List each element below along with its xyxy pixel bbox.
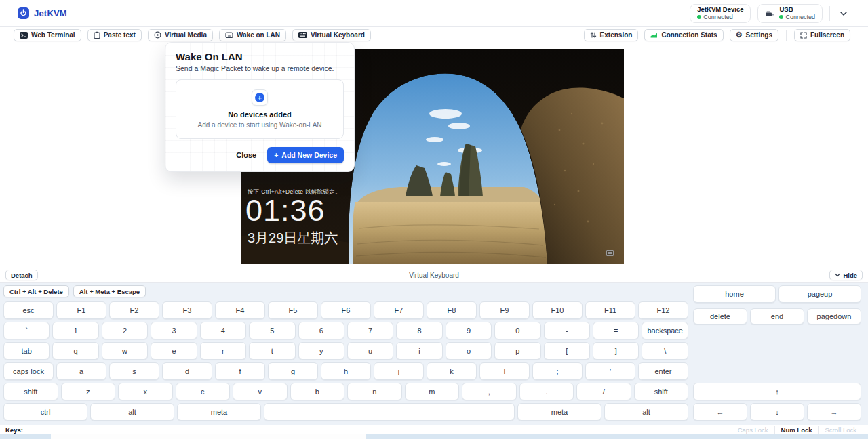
key-meta[interactable]: meta — [517, 403, 601, 421]
key-z[interactable]: z — [61, 383, 116, 400]
key-alt[interactable]: alt — [90, 403, 174, 421]
virtual-keyboard-button[interactable]: Virtual Keyboard — [292, 29, 371, 41]
key-f4[interactable]: F4 — [215, 301, 265, 319]
virtual-media-button[interactable]: Virtual Media — [148, 29, 213, 41]
paste-text-button[interactable]: Paste text — [87, 29, 142, 41]
key-period[interactable]: . — [519, 383, 574, 400]
key-comma[interactable]: , — [462, 383, 517, 400]
key-e[interactable]: e — [151, 342, 197, 360]
key-2[interactable]: 2 — [102, 322, 148, 339]
key-meta[interactable]: meta — [177, 403, 261, 421]
key-f8[interactable]: F8 — [427, 301, 477, 319]
key-arrow-up[interactable]: ↑ — [693, 383, 861, 400]
key-ctrl[interactable]: ctrl — [3, 403, 87, 421]
key-h[interactable]: h — [321, 362, 371, 380]
key-caps-lock[interactable]: caps lock — [3, 362, 54, 380]
close-button[interactable]: Close — [236, 151, 256, 159]
key-pageup[interactable]: pageup — [778, 285, 861, 303]
key-space[interactable] — [264, 403, 515, 421]
key-arrow-right[interactable]: → — [807, 403, 861, 421]
key-j[interactable]: j — [374, 362, 424, 380]
hide-keyboard-button[interactable]: Hide — [829, 270, 863, 280]
key-5[interactable]: 5 — [249, 322, 295, 339]
key-semicolon[interactable]: ; — [532, 362, 583, 380]
key-backslash[interactable]: \ — [642, 342, 688, 360]
key-y[interactable]: y — [298, 342, 344, 360]
key-q[interactable]: q — [52, 342, 98, 360]
key-equals[interactable]: = — [593, 322, 639, 339]
key-arrow-left[interactable]: ← — [693, 403, 747, 421]
settings-button[interactable]: ⚙ Settings — [730, 29, 778, 41]
key-4[interactable]: 4 — [200, 322, 246, 339]
key-s[interactable]: s — [109, 362, 159, 380]
key-o[interactable]: o — [446, 342, 492, 360]
detach-button[interactable]: Detach — [5, 270, 38, 280]
web-terminal-button[interactable]: Web Terminal — [14, 29, 81, 41]
key-b[interactable]: b — [290, 383, 345, 400]
shortcut-ctrl-alt-delete[interactable]: Ctrl + Alt + Delete — [3, 285, 69, 297]
add-new-device-button[interactable]: + Add New Device — [267, 147, 344, 163]
key-minus[interactable]: - — [544, 322, 590, 339]
fullscreen-button[interactable]: Fullscreen — [794, 29, 850, 41]
key-8[interactable]: 8 — [396, 322, 442, 339]
key-a[interactable]: a — [56, 362, 106, 380]
key-backspace[interactable]: backspace — [642, 322, 688, 339]
wake-on-lan-button[interactable]: Wake on LAN — [219, 29, 286, 41]
key-w[interactable]: w — [102, 342, 148, 360]
key-f12[interactable]: F12 — [638, 301, 688, 319]
key-enter[interactable]: enter — [638, 362, 688, 380]
key-v[interactable]: v — [233, 383, 288, 400]
key-p[interactable]: p — [494, 342, 540, 360]
key-f6[interactable]: F6 — [321, 301, 371, 319]
key-f5[interactable]: F5 — [268, 301, 318, 319]
key-f1[interactable]: F1 — [56, 301, 106, 319]
key-shift[interactable]: shift — [634, 383, 689, 400]
key-slash[interactable]: / — [576, 383, 631, 400]
shortcut-alt-meta-escape[interactable]: Alt + Meta + Escape — [73, 285, 146, 297]
key-k[interactable]: k — [427, 362, 477, 380]
key-n[interactable]: n — [347, 383, 402, 400]
key-f[interactable]: f — [215, 362, 265, 380]
key-f2[interactable]: F2 — [109, 301, 159, 319]
header-menu-chevron-button[interactable] — [837, 8, 850, 19]
key-f3[interactable]: F3 — [162, 301, 212, 319]
key-d[interactable]: d — [162, 362, 212, 380]
key-g[interactable]: g — [268, 362, 318, 380]
key-esc[interactable]: esc — [3, 301, 54, 319]
key-r[interactable]: r — [200, 342, 246, 360]
key-u[interactable]: u — [347, 342, 393, 360]
key-tab[interactable]: tab — [3, 342, 50, 360]
brand[interactable]: JetKVM — [18, 7, 67, 19]
key-pagedown[interactable]: pagedown — [807, 308, 861, 325]
key-bracket-open[interactable]: [ — [544, 342, 590, 360]
key-alt[interactable]: alt — [604, 403, 688, 421]
key-f7[interactable]: F7 — [374, 301, 424, 319]
usb-status-card[interactable]: USB Connected — [757, 4, 823, 23]
key-l[interactable]: l — [479, 362, 530, 380]
key-f11[interactable]: F11 — [585, 301, 635, 319]
key-c[interactable]: c — [176, 383, 231, 400]
key-arrow-down[interactable]: ↓ — [750, 403, 804, 421]
key-quote[interactable]: ' — [585, 362, 635, 380]
key-bracket-close[interactable]: ] — [593, 342, 639, 360]
key-1[interactable]: 1 — [52, 322, 98, 339]
key-shift[interactable]: shift — [3, 383, 58, 400]
key-f9[interactable]: F9 — [479, 301, 530, 319]
device-status-card[interactable]: JetKVM Device Connected — [690, 4, 751, 23]
key-backtick[interactable]: ` — [3, 322, 50, 339]
key-f10[interactable]: F10 — [532, 301, 583, 319]
key-7[interactable]: 7 — [347, 322, 393, 339]
key-3[interactable]: 3 — [151, 322, 197, 339]
key-6[interactable]: 6 — [298, 322, 344, 339]
key-0[interactable]: 0 — [494, 322, 540, 339]
key-delete[interactable]: delete — [693, 308, 747, 325]
key-home[interactable]: home — [693, 285, 776, 303]
connection-stats-button[interactable]: Connection Stats — [644, 29, 723, 41]
key-m[interactable]: m — [405, 383, 460, 400]
extension-button[interactable]: Extension — [584, 29, 639, 41]
key-x[interactable]: x — [118, 383, 173, 400]
key-t[interactable]: t — [249, 342, 295, 360]
key-end[interactable]: end — [750, 308, 804, 325]
key-9[interactable]: 9 — [446, 322, 492, 339]
key-i[interactable]: i — [396, 342, 442, 360]
